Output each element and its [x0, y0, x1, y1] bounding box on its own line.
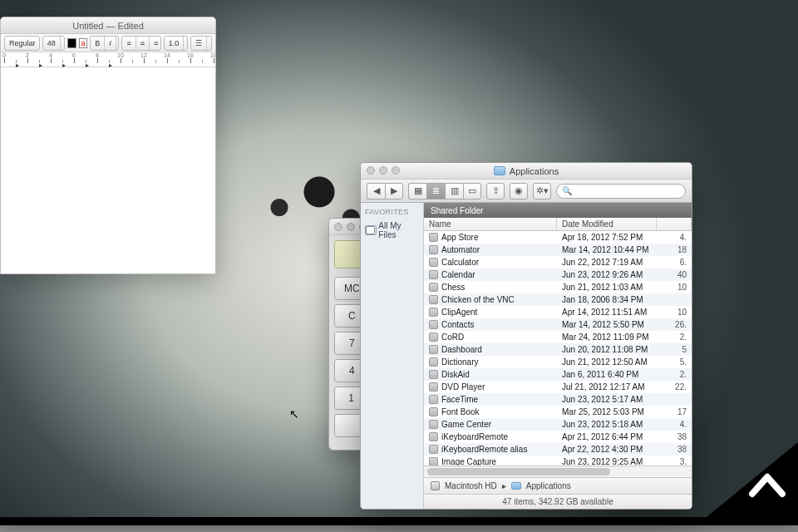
- file-size: 5: [657, 345, 692, 354]
- table-row[interactable]: DashboardJun 20, 2012 11:08 PM5: [424, 343, 692, 356]
- finder-window: Applications ◀▶ ▦ ≣ ▥ ▭ ⇪ ◉ ✲▾ 🔍 FAVORIT…: [360, 162, 692, 510]
- zoom-icon[interactable]: [392, 166, 400, 175]
- file-size: 4.: [657, 233, 692, 242]
- status-text: 47 items, 342.92 GB available: [502, 497, 613, 506]
- forward-button[interactable]: ▶: [385, 183, 403, 200]
- style-selector[interactable]: Regular▾: [4, 36, 40, 51]
- column-view-button[interactable]: ▥: [445, 183, 463, 200]
- textedit-toolbar: Regular▾ 48▾ a B I U ≡≡≡≡ 1.0▾ ☰▾: [1, 34, 215, 52]
- textedit-document-body[interactable]: [1, 67, 215, 273]
- view-mode-seg[interactable]: ▦ ≣ ▥ ▭: [408, 183, 481, 200]
- list-view-button[interactable]: ≣: [426, 183, 445, 200]
- text-color-red-swatch[interactable]: a: [79, 38, 87, 48]
- app-icon: [429, 258, 438, 267]
- file-name: Font Book: [441, 407, 480, 416]
- file-name: Calendar: [441, 270, 475, 279]
- file-date: Mar 14, 2012 5:50 PM: [557, 320, 657, 329]
- minimize-icon[interactable]: [347, 223, 355, 231]
- ruler-number: 16: [187, 52, 194, 58]
- table-row[interactable]: CalendarJun 23, 2012 9:26 AM40: [424, 268, 692, 281]
- ruler-number: 10: [117, 52, 124, 58]
- column-name[interactable]: Name: [424, 218, 557, 230]
- file-name: ClipAgent: [441, 308, 477, 317]
- close-icon[interactable]: [367, 166, 375, 175]
- table-row[interactable]: ContactsMar 14, 2012 5:50 PM26.: [424, 318, 692, 331]
- app-icon: [429, 308, 438, 317]
- table-row[interactable]: CoRDMar 24, 2012 11:09 PM2.: [424, 331, 692, 343]
- file-date: Mar 14, 2012 10:44 PM: [557, 245, 657, 254]
- app-icon: [429, 432, 438, 441]
- table-row[interactable]: Chicken of the VNCJan 18, 2006 8:34 PM: [424, 293, 692, 306]
- file-size: 40: [657, 270, 692, 279]
- table-row[interactable]: Game CenterJun 23, 2012 5:18 AM4.: [424, 418, 692, 431]
- table-row[interactable]: DiskAidJan 6, 2011 6:40 PM2.: [424, 368, 692, 381]
- table-row[interactable]: AutomatorMar 14, 2012 10:44 PM18: [424, 244, 692, 256]
- quicklook-button[interactable]: ◉: [510, 183, 528, 200]
- column-date[interactable]: Date Modified: [557, 218, 657, 230]
- file-name: DVD Player: [441, 382, 485, 392]
- app-icon: [429, 233, 438, 242]
- horizontal-scrollbar[interactable]: [424, 466, 692, 477]
- path-bar[interactable]: Macintosh HD ▸ Applications: [424, 477, 692, 494]
- table-row[interactable]: FaceTimeJun 23, 2012 5:17 AM: [424, 393, 692, 406]
- app-icon: [429, 295, 438, 304]
- font-size-field[interactable]: 48▾: [42, 36, 65, 51]
- file-name: iKeyboardRemote alias: [441, 445, 527, 454]
- table-row[interactable]: CalculatorJun 22, 2012 7:19 AM6.: [424, 256, 692, 268]
- line-spacing-selector[interactable]: 1.0▾: [164, 36, 188, 51]
- file-name: CoRD: [441, 332, 464, 342]
- ruler-number: 6: [72, 52, 76, 58]
- folder-icon: [494, 166, 505, 175]
- bold-button: B: [91, 37, 105, 50]
- align-seg[interactable]: ≡≡≡≡: [121, 36, 160, 51]
- file-name: Automator: [441, 245, 480, 254]
- table-row[interactable]: iKeyboardRemoteApr 21, 2012 6:44 PM38: [424, 431, 692, 443]
- file-date: Jan 6, 2011 6:40 PM: [557, 370, 657, 379]
- file-date: Jun 23, 2012 9:26 AM: [557, 270, 657, 279]
- sidebar-item-all-my-files[interactable]: All My Files: [365, 219, 419, 241]
- finder-toolbar: ◀▶ ▦ ≣ ▥ ▭ ⇪ ◉ ✲▾ 🔍: [361, 180, 692, 203]
- list-selector[interactable]: ☰▾: [190, 36, 212, 51]
- path-folder[interactable]: Applications: [526, 481, 571, 490]
- back-button[interactable]: ◀: [367, 183, 385, 200]
- textedit-titlebar[interactable]: Untitled — Edited: [1, 17, 215, 34]
- ruler-number: 14: [164, 52, 170, 58]
- file-name: Dictionary: [441, 357, 478, 367]
- nav-back-forward[interactable]: ◀▶: [367, 183, 403, 200]
- finder-main-panel: Shared Folder Name Date Modified App Sto…: [424, 203, 692, 509]
- app-icon: [429, 370, 438, 379]
- table-row[interactable]: ChessJun 21, 2012 1:03 AM10: [424, 281, 692, 293]
- textedit-ruler[interactable]: 024681012141618▸▸▸▸▸: [1, 52, 215, 67]
- share-button[interactable]: ⇪: [486, 183, 505, 200]
- app-icon: [429, 345, 438, 354]
- file-date: Jul 21, 2012 12:17 AM: [557, 382, 657, 392]
- table-row[interactable]: Image CaptureJun 23, 2012 9:25 AM3.: [424, 456, 692, 466]
- column-headers[interactable]: Name Date Modified: [424, 218, 692, 231]
- table-row[interactable]: iKeyboardRemote aliasApr 22, 2012 4:30 P…: [424, 443, 692, 456]
- coverflow-view-button[interactable]: ▭: [463, 183, 481, 200]
- column-size[interactable]: [657, 218, 692, 230]
- close-icon[interactable]: [334, 223, 342, 231]
- scrollbar-thumb[interactable]: [427, 468, 610, 475]
- text-color-swatch[interactable]: [67, 38, 76, 48]
- file-name: Chess: [441, 283, 465, 292]
- table-row[interactable]: Font BookMar 25, 2012 5:03 PM17: [424, 406, 692, 418]
- table-row[interactable]: DVD PlayerJul 21, 2012 12:17 AM22.: [424, 381, 692, 393]
- finder-titlebar[interactable]: Applications: [361, 163, 692, 180]
- app-icon: [429, 445, 438, 454]
- file-size: 10: [657, 283, 692, 292]
- file-size: 6.: [657, 258, 692, 267]
- app-icon: [429, 420, 438, 429]
- path-disk[interactable]: Macintosh HD: [445, 481, 497, 490]
- icon-view-button[interactable]: ▦: [408, 183, 426, 200]
- table-row[interactable]: App StoreApr 18, 2012 7:52 PM4.: [424, 231, 692, 244]
- table-row[interactable]: DictionaryJun 21, 2012 12:50 AM5.: [424, 356, 692, 368]
- action-button[interactable]: ✲▾: [533, 183, 551, 200]
- search-input[interactable]: 🔍: [556, 184, 686, 199]
- file-list[interactable]: App StoreApr 18, 2012 7:52 PM4.Automator…: [424, 231, 692, 466]
- minimize-icon[interactable]: [379, 166, 387, 175]
- ruler-number: 2: [26, 52, 29, 58]
- file-size: 10: [657, 308, 692, 317]
- bold-italic-underline-seg[interactable]: B I U: [90, 36, 119, 51]
- table-row[interactable]: ClipAgentApr 14, 2012 11:51 AM10: [424, 306, 692, 318]
